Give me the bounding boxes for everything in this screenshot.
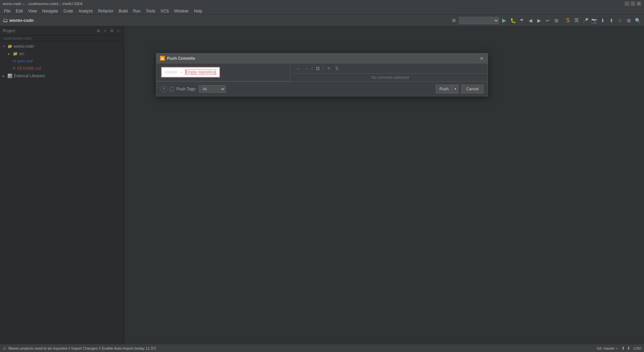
status-text: Maven projects need to be imported // Im… <box>8 346 303 350</box>
cancel-button[interactable]: Cancel <box>461 85 484 93</box>
title-bar-controls: ─ □ ✕ <box>625 1 641 6</box>
restore-button[interactable]: □ <box>631 1 635 6</box>
menu-help[interactable]: Help <box>191 8 205 14</box>
push-dialog: 🔼 Push Commits ✕ master → Empty reposito… <box>156 53 488 96</box>
push-tags-label: Push Tags: <box>176 87 196 91</box>
detail-separator-2 <box>323 66 323 71</box>
branch-info-box: master → Empty repository <box>161 67 220 78</box>
menu-tools[interactable]: Tools <box>143 8 158 14</box>
settings-icon[interactable]: ⚙ <box>450 17 458 24</box>
push-dropdown-button[interactable]: ▾ <box>452 85 459 93</box>
push-button[interactable]: Push <box>436 85 452 93</box>
menu-window[interactable]: Window <box>171 8 191 14</box>
debug-icon[interactable]: 🐛 <box>509 17 517 24</box>
dialog-titlebar: 🔼 Push Commits ✕ <box>156 53 488 63</box>
coverage-icon[interactable]: ☂ <box>518 17 525 24</box>
detail-align-icon[interactable]: ≡ <box>325 65 332 72</box>
branch-name: master <box>165 70 177 75</box>
menu-run[interactable]: Run <box>130 8 143 14</box>
dialog-footer: ? Push Tags: All Push ▾ Cancel <box>156 81 488 96</box>
upload-icon[interactable]: ⬆ <box>608 17 615 24</box>
dialog-title: Push Commits <box>167 56 479 61</box>
menu-file[interactable]: File <box>1 8 13 14</box>
status-upload-icon[interactable]: ⬆ <box>621 346 626 351</box>
branch-arrow: → <box>179 70 183 74</box>
modal-overlay: 🔼 Push Commits ✕ master → Empty reposito… <box>0 26 644 344</box>
dialog-right-panel: ← → ⊡ ≡ ⇅ No commits selected <box>292 63 488 81</box>
warning-icon: ⚠ <box>3 346 6 351</box>
layout-icon[interactable]: ⊞ <box>553 17 560 24</box>
menu-build[interactable]: Build <box>116 8 130 14</box>
bookmark-icon[interactable]: S <box>564 17 572 24</box>
dialog-left-panel: master → Empty repository <box>156 63 290 81</box>
run-config-dropdown[interactable] <box>459 17 499 24</box>
tags-dropdown[interactable]: All <box>199 85 226 93</box>
status-bar: ⚠ Maven projects need to be imported // … <box>0 344 644 352</box>
menu-bar: File Edit View Navigate Code Analyze Ref… <box>0 7 644 15</box>
detail-separator-1 <box>312 66 312 71</box>
project-icon: 🗂 <box>3 17 8 24</box>
help-button[interactable]: ? <box>160 86 167 92</box>
no-commits-message: No commits selected <box>292 74 488 81</box>
commits-header: master → Empty repository <box>156 63 290 81</box>
push-button-group: Push ▾ <box>436 85 458 93</box>
download-icon[interactable]: ⬇ <box>599 17 606 24</box>
toolbar: 🗂 woniu-csdn ⚙ ▶ 🐛 ☂ ◀ ▶ ↩ ⊞ S 英 🎤 📷 ⬇ ⬆… <box>0 15 644 26</box>
status-download-icon[interactable]: ⬇ <box>626 346 631 351</box>
empty-repo-link[interactable]: Empty repository <box>185 70 216 75</box>
close-button[interactable]: ✕ <box>637 1 641 6</box>
run-icon[interactable]: ▶ <box>500 17 508 24</box>
grid-icon[interactable]: ⊞ <box>625 17 633 24</box>
push-tags-checkbox[interactable] <box>170 87 174 91</box>
menu-analyze[interactable]: Analyze <box>76 8 96 14</box>
menu-view[interactable]: View <box>25 8 40 14</box>
revert-icon[interactable]: ↩ <box>544 17 551 24</box>
title-bar-text: woniu-csdn – ...\code\woniu-csdn] – Inte… <box>3 2 83 6</box>
commit-detail-toolbar: ← → ⊡ ≡ ⇅ <box>292 63 488 74</box>
menu-vcs[interactable]: VCS <box>158 8 172 14</box>
camera-icon[interactable]: 📷 <box>590 17 598 24</box>
forward-nav-icon[interactable]: ▶ <box>535 17 543 24</box>
dialog-body: master → Empty repository ⋮ ← → ⊡ <box>156 63 488 81</box>
mic-icon[interactable]: 🎤 <box>582 17 589 24</box>
detail-image-icon[interactable]: ⊡ <box>314 65 321 72</box>
project-title: woniu-csdn <box>9 18 34 23</box>
title-bar: woniu-csdn – ...\code\woniu-csdn] – Inte… <box>0 0 644 7</box>
menu-code[interactable]: Code <box>61 8 76 14</box>
detail-sort-icon[interactable]: ⇅ <box>333 65 340 72</box>
menu-navigate[interactable]: Navigate <box>40 8 61 14</box>
star-icon[interactable]: ☆ <box>616 17 624 24</box>
lang-icon[interactable]: 英 <box>573 17 580 24</box>
menu-refactor[interactable]: Refactor <box>96 8 116 14</box>
menu-edit[interactable]: Edit <box>13 8 25 14</box>
minimize-button[interactable]: ─ <box>625 1 629 6</box>
back-nav-icon[interactable]: ◀ <box>527 17 534 24</box>
detail-back-icon[interactable]: ← <box>295 65 302 72</box>
push-dialog-icon: 🔼 <box>160 56 165 61</box>
search-toolbar-icon[interactable]: 🔍 <box>634 17 641 24</box>
dialog-close-button[interactable]: ✕ <box>479 56 484 61</box>
warning-count: 1260 <box>633 346 641 350</box>
git-status: Git: master ÷ <box>597 346 618 350</box>
detail-forward-icon[interactable]: → <box>303 65 310 72</box>
